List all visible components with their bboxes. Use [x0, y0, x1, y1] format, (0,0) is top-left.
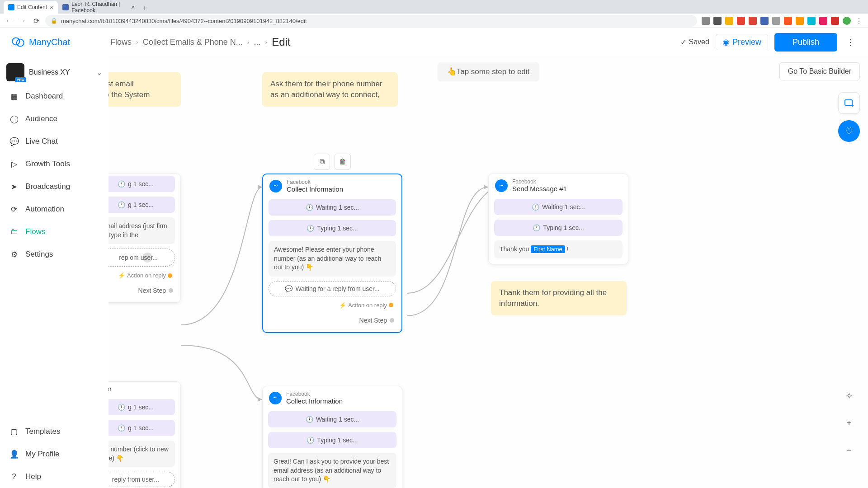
ext-icon[interactable] — [760, 17, 769, 25]
typing-pill[interactable]: 🕐g 1 sec... — [108, 197, 175, 213]
avatar-icon[interactable] — [843, 17, 851, 25]
typing-pill[interactable]: 🕐Typing 1 sec... — [268, 432, 396, 448]
typing-pill[interactable]: 🕐Typing 1 sec... — [494, 220, 623, 236]
node-platform: Facebook — [512, 178, 567, 185]
port[interactable] — [389, 303, 393, 307]
bot-avatar: PRO — [6, 63, 24, 81]
close-icon[interactable]: × — [131, 4, 135, 11]
ext-icon[interactable] — [725, 17, 733, 25]
reply-pill[interactable]: reply from user... — [108, 472, 175, 487]
sidebar-item-broadcasting[interactable]: ➤ Broadcasting — [0, 175, 108, 198]
ext-icon[interactable] — [831, 17, 839, 25]
bot-selector[interactable]: PRO Business XY ⌄ — [0, 60, 108, 85]
browser-menu[interactable]: ⋮ — [854, 16, 863, 25]
ext-icon[interactable] — [819, 17, 827, 25]
waiting-pill[interactable]: 🕐Waiting 1 sec... — [269, 199, 396, 216]
sidebar-item-help[interactable]: ? Help — [0, 465, 108, 488]
flow-node-collect-information[interactable]: ⧉ 🗑 ~ Facebook Collect Information 🕐Wait… — [262, 174, 402, 333]
node-header[interactable]: ~ Facebook Collect Information — [263, 386, 402, 409]
delete-button[interactable]: 🗑 — [335, 154, 351, 170]
typing-pill[interactable]: 🕐Typing 1 sec... — [269, 220, 396, 236]
heart-button[interactable]: ♡ — [838, 120, 860, 142]
nav-label: Flows — [25, 227, 45, 236]
ext-icon[interactable] — [807, 17, 816, 25]
logo[interactable]: ManyChat — [11, 35, 110, 49]
clock-icon: 🕐 — [532, 203, 539, 211]
typing-pill[interactable]: 🕐g 1 sec... — [108, 420, 175, 436]
ext-icon[interactable] — [784, 17, 792, 25]
messenger-icon: ~ — [269, 180, 282, 192]
back-button[interactable]: ← — [5, 16, 14, 25]
crumb-flows[interactable]: Flows — [110, 38, 132, 47]
message-text[interactable]: email address (just firm or type in the — [108, 217, 175, 244]
sidebar-item-livechat[interactable]: 💬 Live Chat — [0, 130, 108, 153]
close-icon[interactable]: × — [50, 4, 53, 11]
header-actions: ✓ Saved ◉ Preview Publish ⋮ — [680, 33, 857, 52]
ext-icon[interactable] — [713, 17, 722, 25]
sidebar-item-automation[interactable]: ⟳ Automation — [0, 198, 108, 221]
more-menu-button[interactable]: ⋮ — [844, 35, 857, 49]
publish-button[interactable]: Publish — [774, 33, 837, 52]
sidebar-item-templates[interactable]: ▢ Templates — [0, 420, 108, 443]
ext-icon[interactable] — [749, 17, 757, 25]
ext-icon[interactable] — [796, 17, 804, 25]
node-header[interactable]: ~ Facebook Send Message #1 — [489, 174, 628, 197]
next-step-port[interactable]: Next Step — [108, 284, 175, 297]
node-header[interactable]: ~ Facebook Collect Information — [263, 174, 401, 197]
forward-button[interactable]: → — [18, 16, 27, 25]
waiting-pill[interactable]: 🕐Waiting 1 sec... — [268, 411, 396, 427]
sidebar-item-settings[interactable]: ⚙ Settings — [0, 243, 108, 266]
reload-button[interactable]: ⟳ — [32, 16, 41, 25]
ext-icon[interactable] — [772, 17, 780, 25]
port[interactable] — [168, 273, 172, 278]
reply-pill[interactable]: rep om user... — [108, 249, 175, 267]
sticky-note[interactable]: Thank them for providing all the informa… — [491, 281, 627, 315]
sticky-note[interactable]: best email t to the System — [108, 72, 181, 107]
action-on-reply[interactable]: ⚡Action on reply — [269, 301, 396, 310]
sidebar-item-growth[interactable]: ▷ Growth Tools — [0, 153, 108, 175]
nav-label: Growth Tools — [25, 160, 70, 169]
crumb-more[interactable]: ... — [254, 38, 260, 47]
clock-icon: 🕐 — [118, 404, 125, 411]
sidebar-item-flows[interactable]: 🗀 Flows — [0, 221, 108, 243]
port[interactable] — [169, 288, 173, 293]
flow-node-collect-information[interactable]: ~ Facebook Collect Information 🕐Waiting … — [262, 386, 402, 488]
sidebar-item-profile[interactable]: 👤 My Profile — [0, 443, 108, 465]
flow-node-partial[interactable]: 🕐g 1 sec... 🕐g 1 sec... email address (j… — [108, 174, 181, 303]
message-text[interactable]: ne number (click to new one) 👇 — [108, 441, 175, 467]
reply-pill[interactable]: 💬 Waiting for a reply from user... — [269, 281, 396, 296]
port[interactable] — [390, 318, 394, 323]
browser-tab-active[interactable]: Edit Content × — [4, 1, 58, 14]
next-step-port[interactable]: Next Step — [269, 314, 396, 327]
crumb-flow-name[interactable]: Collect Emails & Phone N... — [143, 38, 243, 47]
waiting-pill[interactable]: 🕐g 1 sec... — [108, 176, 175, 192]
waiting-pill[interactable]: 🕐Waiting 1 sec... — [494, 199, 623, 215]
magic-align-button[interactable]: ✧ — [838, 385, 860, 407]
browser-tab[interactable]: Leon R. Chaudhari | Facebook × — [58, 1, 139, 14]
action-on-reply[interactable]: ⚡Action on reply — [108, 271, 175, 280]
sticky-note[interactable]: Ask them for their phone number as an ad… — [262, 72, 398, 107]
basic-builder-button[interactable]: Go To Basic Builder — [779, 62, 860, 80]
new-tab-button[interactable]: + — [139, 3, 150, 14]
flow-node-partial[interactable]: mber 🕐g 1 sec... 🕐g 1 sec... ne number (… — [108, 381, 181, 488]
growth-icon: ▷ — [9, 159, 19, 169]
preview-button[interactable]: ◉ Preview — [716, 34, 768, 50]
message-text[interactable]: Great! Can I ask you to provide your bes… — [268, 453, 396, 488]
duplicate-button[interactable]: ⧉ — [314, 154, 330, 170]
basic-builder-label: Go To Basic Builder — [788, 67, 851, 75]
sidebar-item-audience[interactable]: ◯ Audience — [0, 108, 108, 130]
flow-canvas[interactable]: 👆Tap some step to edit Go To Basic Build… — [108, 56, 868, 488]
sidebar-item-dashboard[interactable]: ▦ Dashboard — [0, 85, 108, 108]
broadcast-icon: ➤ — [9, 182, 19, 192]
zoom-in-button[interactable]: + — [838, 412, 860, 434]
message-text[interactable]: Awesome! Please enter your phone number … — [269, 241, 396, 277]
ext-icon[interactable] — [737, 17, 745, 25]
dashboard-icon: ▦ — [9, 91, 19, 101]
url-field[interactable]: 🔒 manychat.com/fb181039443240830/cms/fil… — [45, 15, 697, 27]
ext-icon[interactable] — [702, 17, 710, 25]
flow-node-send-message[interactable]: ~ Facebook Send Message #1 🕐Waiting 1 se… — [488, 174, 628, 264]
waiting-pill[interactable]: 🕐g 1 sec... — [108, 399, 175, 415]
message-text[interactable]: Thank you First Name ! — [494, 240, 623, 258]
zoom-out-button[interactable]: − — [838, 439, 860, 461]
add-card-button[interactable] — [838, 92, 860, 114]
